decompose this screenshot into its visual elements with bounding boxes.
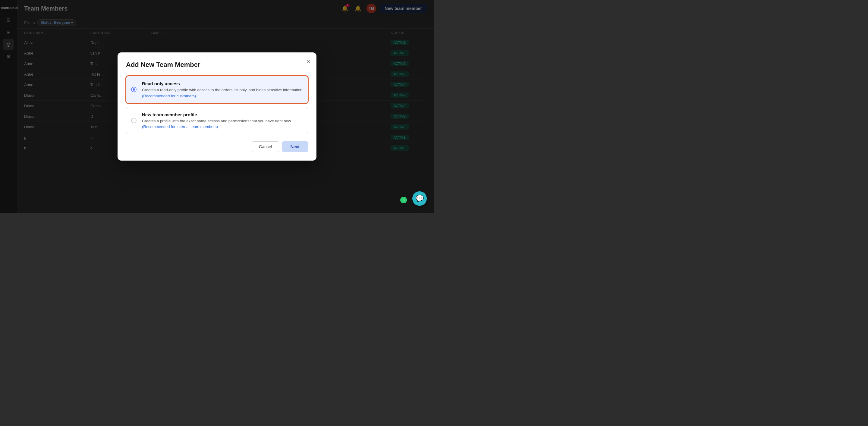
read-only-option-title: Read only access bbox=[142, 81, 303, 86]
chat-icon: 💬 bbox=[415, 195, 424, 202]
read-only-option-recommendation: (Recommended for customers) bbox=[142, 94, 303, 98]
modal-title: Add New Team Member bbox=[126, 61, 308, 69]
new-member-radio[interactable] bbox=[131, 118, 136, 123]
modal-footer: Cancel Next bbox=[126, 141, 308, 152]
chat-notification-count: 3 bbox=[400, 197, 407, 203]
modal-close-button[interactable]: × bbox=[307, 59, 310, 64]
chat-support-button[interactable]: 💬 bbox=[412, 191, 427, 206]
modal-overlay[interactable]: Add New Team Member × Read only access C… bbox=[0, 0, 434, 213]
read-only-option-description: Creates a read-only profile with access … bbox=[142, 87, 303, 93]
cancel-button[interactable]: Cancel bbox=[252, 141, 279, 152]
read-only-radio[interactable] bbox=[131, 87, 136, 92]
next-button[interactable]: Next bbox=[282, 141, 308, 152]
read-only-option-card[interactable]: Read only access Creates a read-only pro… bbox=[126, 76, 308, 103]
new-member-option-description: Creates a profile with the exact same ac… bbox=[142, 119, 303, 124]
new-member-option-card[interactable]: New team member profile Creates a profil… bbox=[126, 107, 308, 134]
new-member-option-title: New team member profile bbox=[142, 112, 303, 117]
add-team-member-modal: Add New Team Member × Read only access C… bbox=[118, 53, 316, 160]
new-member-option-recommendation: (Recommended for internal team members) bbox=[142, 124, 303, 129]
